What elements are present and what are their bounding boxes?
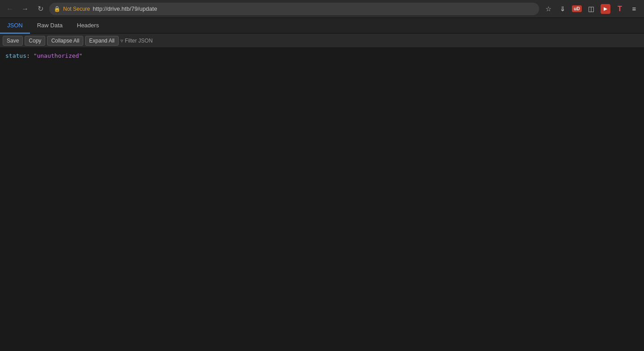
menu-button[interactable]: ≡ xyxy=(628,3,640,15)
back-button[interactable]: ← xyxy=(4,3,16,15)
address-bar-container: 🔒 Not Secure xyxy=(49,3,539,15)
save-button[interactable]: Save xyxy=(3,36,23,46)
json-toolbar: Save Copy Collapse All Expand All ▿ Filt… xyxy=(0,34,644,48)
expand-all-button[interactable]: Expand All xyxy=(85,36,119,46)
tab-raw-data[interactable]: Raw Data xyxy=(30,18,70,34)
ublock-badge: uD xyxy=(572,5,581,12)
tampermonkey-button[interactable]: T xyxy=(614,3,626,15)
collapse-all-button[interactable]: Collapse All xyxy=(47,36,83,46)
json-content: status: "unauthorized" xyxy=(0,48,644,64)
reload-button[interactable]: ↻ xyxy=(34,3,47,15)
not-secure-label: Not Secure xyxy=(63,6,90,12)
copy-button[interactable]: Copy xyxy=(25,36,45,46)
ext-red-icon: ▶ xyxy=(601,4,610,14)
lock-icon: 🔒 xyxy=(54,6,60,12)
forward-button[interactable]: → xyxy=(19,3,31,15)
ublock-extension-button[interactable]: uD xyxy=(571,3,583,15)
toolbar-right: ☆ ⇓ uD ◫ ▶ T ≡ xyxy=(542,3,640,15)
extension-button-2[interactable]: ◫ xyxy=(585,3,597,15)
json-key-status: status xyxy=(5,52,26,59)
json-value-status: "unauthorized" xyxy=(34,52,83,59)
tab-bar: JSON Raw Data Headers xyxy=(0,18,644,34)
tab-json[interactable]: JSON xyxy=(0,18,30,34)
tab-headers[interactable]: Headers xyxy=(70,18,106,34)
filter-wrap: ▿ Filter JSON xyxy=(120,38,153,44)
extension-button-3[interactable]: ▶ xyxy=(599,3,612,15)
filter-label: Filter JSON xyxy=(125,38,153,44)
star-button[interactable]: ☆ xyxy=(542,3,554,15)
browser-chrome: ← → ↻ 🔒 Not Secure ☆ ⇓ uD ◫ ▶ T ≡ xyxy=(0,0,644,18)
address-bar[interactable] xyxy=(93,5,535,12)
filter-icon: ▿ xyxy=(120,38,123,44)
download-button[interactable]: ⇓ xyxy=(556,3,569,15)
